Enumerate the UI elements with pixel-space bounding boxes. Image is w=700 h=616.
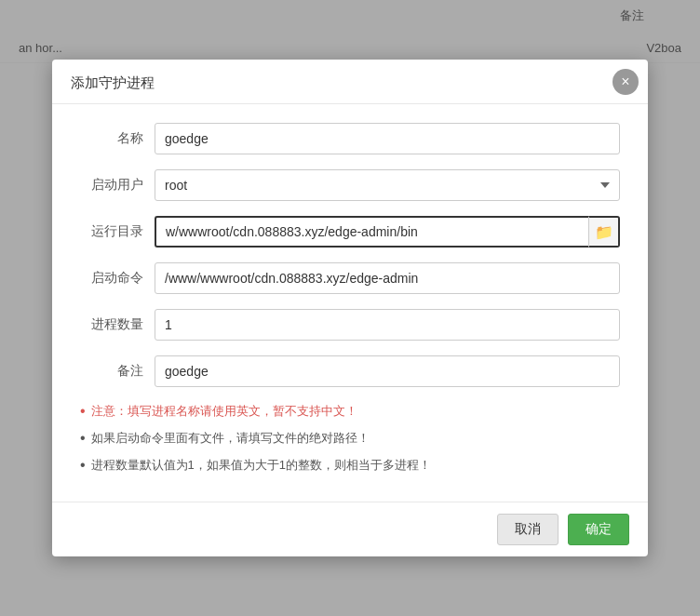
cmd-label: 启动命令 bbox=[80, 270, 155, 287]
dir-input[interactable] bbox=[155, 216, 588, 248]
remark-label: 备注 bbox=[80, 363, 155, 380]
remark-input[interactable] bbox=[155, 355, 620, 387]
note-bullet-3: • bbox=[80, 456, 86, 475]
note-item-1: • 注意：填写进程名称请使用英文，暂不支持中文！ bbox=[80, 402, 620, 422]
modal-footer: 取消 确定 bbox=[52, 502, 648, 556]
count-row: 进程数量 bbox=[80, 309, 620, 341]
name-label: 名称 bbox=[80, 130, 155, 147]
name-row: 名称 bbox=[80, 123, 620, 154]
confirm-button[interactable]: 确定 bbox=[568, 514, 629, 545]
remark-row: 备注 bbox=[80, 355, 620, 387]
dir-label: 运行目录 bbox=[80, 223, 155, 240]
modal-title: 添加守护进程 bbox=[71, 74, 155, 90]
user-label: 启动用户 bbox=[80, 177, 155, 194]
note-text-1: 注意：填写进程名称请使用英文，暂不支持中文！ bbox=[91, 402, 357, 421]
modal-dialog: 添加守护进程 × 名称 启动用户 root www nobody 运行目录 bbox=[52, 60, 648, 556]
note-text-3: 进程数量默认值为1，如果值为大于1的整数，则相当于多进程！ bbox=[91, 456, 431, 475]
note-bullet-2: • bbox=[80, 429, 86, 449]
folder-icon: 📁 bbox=[595, 223, 613, 241]
dir-browse-button[interactable]: 📁 bbox=[588, 216, 620, 248]
note-text-2: 如果启动命令里面有文件，请填写文件的绝对路径！ bbox=[91, 429, 370, 448]
cancel-button[interactable]: 取消 bbox=[497, 514, 559, 545]
count-label: 进程数量 bbox=[80, 316, 155, 333]
cmd-row: 启动命令 bbox=[80, 262, 620, 294]
modal-close-button[interactable]: × bbox=[612, 69, 639, 95]
name-input[interactable] bbox=[155, 123, 620, 154]
cmd-input[interactable] bbox=[155, 262, 620, 294]
notes-section: • 注意：填写进程名称请使用英文，暂不支持中文！ • 如果启动命令里面有文件，请… bbox=[80, 402, 620, 486]
dir-input-group: 📁 bbox=[155, 216, 620, 248]
note-bullet-1: • bbox=[80, 402, 86, 422]
dir-row: 运行目录 📁 bbox=[80, 216, 620, 248]
count-input[interactable] bbox=[155, 309, 620, 341]
user-row: 启动用户 root www nobody bbox=[80, 169, 620, 201]
note-item-3: • 进程数量默认值为1，如果值为大于1的整数，则相当于多进程！ bbox=[80, 456, 620, 475]
modal-header: 添加守护进程 × bbox=[52, 60, 648, 104]
note-item-2: • 如果启动命令里面有文件，请填写文件的绝对路径！ bbox=[80, 429, 620, 449]
modal-body: 名称 启动用户 root www nobody 运行目录 📁 启动命令 bbox=[52, 104, 648, 501]
user-select[interactable]: root www nobody bbox=[155, 169, 620, 201]
close-icon: × bbox=[621, 74, 629, 89]
